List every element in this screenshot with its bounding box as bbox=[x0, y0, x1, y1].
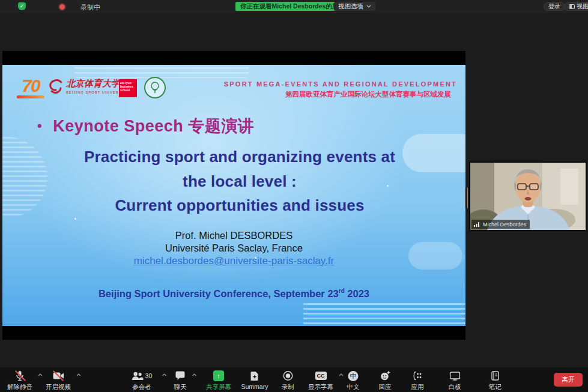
speaker-name: Prof. Michel DESBORDES bbox=[2, 229, 465, 242]
start-video-button[interactable]: 开启视频 bbox=[46, 370, 71, 391]
conference-header: SPORT MEGA-EVENTS AND REGIONAL DEVELOPME… bbox=[224, 80, 457, 99]
anniversary-ribbon bbox=[17, 95, 44, 98]
meeting-toolbar: 解除静音 开启视频 30 参会者 bbox=[0, 367, 588, 392]
notes-button[interactable]: 笔记 bbox=[489, 370, 502, 391]
participants-count: 30 bbox=[145, 372, 153, 379]
participant-video-tile[interactable]: Michel Desbordes bbox=[469, 161, 587, 231]
view-layout-button[interactable]: 视图 bbox=[564, 2, 588, 11]
footer-text: Beijing Sport University Conference, Sep… bbox=[99, 288, 339, 299]
footer-year: 2023 bbox=[345, 288, 369, 299]
recording-status-label: 录制中 bbox=[80, 3, 100, 12]
chevron-down-icon bbox=[366, 5, 371, 8]
participants-icon bbox=[132, 372, 144, 381]
language-button[interactable]: 中 中文 bbox=[347, 370, 360, 391]
reaction-smiley-icon bbox=[380, 370, 390, 381]
anniversary-number: 70 bbox=[17, 77, 44, 95]
slide-title-line1: Practicing sport and organizing events a… bbox=[29, 145, 450, 169]
summary-button[interactable]: Summary bbox=[241, 370, 268, 390]
green-emblem-logo bbox=[144, 77, 166, 98]
conference-header-english: SPORT MEGA-EVENTS AND REGIONAL DEVELOPME… bbox=[224, 80, 457, 88]
apps-button[interactable]: 应用 bbox=[411, 370, 424, 391]
unmute-button[interactable]: 解除静音 bbox=[7, 370, 32, 391]
shared-screen-area: 70 北京体育大学 BEIJING SPORT UNIVERSITY em ly… bbox=[2, 51, 465, 340]
presentation-slide: 70 北京体育大学 BEIJING SPORT UNIVERSITY em ly… bbox=[2, 65, 465, 326]
whiteboard-button[interactable]: 白板 bbox=[449, 370, 461, 391]
chat-bubble-icon bbox=[175, 370, 186, 381]
emlyon-logo: em lyon business school bbox=[119, 79, 137, 97]
watching-screen-banner: 你正在观看Michel Desbordes的屏幕 bbox=[235, 2, 350, 11]
decor-striped-band-bottom bbox=[303, 303, 465, 326]
70th-anniversary-logo: 70 bbox=[17, 77, 44, 98]
reactions-button[interactable]: 回应 bbox=[379, 370, 392, 391]
share-screen-icon: ↑ bbox=[213, 370, 224, 381]
language-icon: 中 bbox=[348, 370, 359, 381]
chevron-up-icon[interactable] bbox=[76, 373, 81, 376]
signal-bars-icon bbox=[474, 222, 480, 227]
bullet-icon: • bbox=[37, 118, 42, 134]
notes-icon bbox=[491, 370, 499, 381]
bsu-swirl-icon bbox=[48, 79, 64, 94]
up-arrow-icon: ↑ bbox=[217, 372, 220, 379]
participants-button[interactable]: 30 参会者 bbox=[132, 370, 153, 391]
footer-ordinal: rd bbox=[339, 288, 345, 294]
view-options-label: 视图选项 bbox=[338, 2, 363, 11]
summary-doc-icon bbox=[250, 370, 259, 381]
captions-button[interactable]: CC 显示字幕 bbox=[308, 370, 333, 391]
record-icon bbox=[282, 370, 293, 381]
video-panel-drag-handle[interactable] bbox=[465, 188, 468, 208]
record-button[interactable]: 录制 bbox=[282, 370, 294, 391]
cc-icon: CC bbox=[315, 370, 327, 381]
chevron-up-icon[interactable] bbox=[339, 373, 344, 376]
microphone-muted-icon bbox=[15, 370, 25, 381]
login-button[interactable]: 登录 bbox=[544, 2, 565, 11]
beijing-sport-university-logo: 北京体育大学 BEIJING SPORT UNIVERSITY bbox=[48, 78, 129, 94]
decor-sparkle bbox=[74, 218, 76, 220]
camera-off-icon bbox=[53, 370, 64, 381]
speaker-affiliation: Université Paris Saclay, France bbox=[2, 242, 465, 255]
participant-name: Michel Desbordes bbox=[483, 222, 526, 228]
speaker-block: Prof. Michel DESBORDES Université Paris … bbox=[2, 229, 465, 267]
tree-icon bbox=[149, 81, 161, 94]
view-options-button[interactable]: 视图选项 bbox=[334, 2, 375, 11]
keynote-label: Keynote Speech 专题演讲 bbox=[53, 115, 254, 137]
speaker-email-link[interactable]: michel.desbordes@universite-paris-saclay… bbox=[2, 255, 465, 267]
keynote-heading: • Keynote Speech 专题演讲 bbox=[37, 115, 254, 137]
chat-button[interactable]: 聊天 bbox=[174, 370, 187, 391]
slide-title: Practicing sport and organizing events a… bbox=[29, 145, 450, 218]
chevron-up-icon[interactable] bbox=[162, 373, 166, 376]
decor-striped-band-top bbox=[74, 65, 249, 78]
slide-title-line3: Current opportunities and issues bbox=[29, 193, 450, 218]
recording-indicator-icon bbox=[59, 4, 65, 10]
top-bar: ✓ 录制中 你正在观看Michel Desbordes的屏幕 视图选项 登录 视… bbox=[0, 0, 588, 13]
apps-icon bbox=[413, 370, 422, 381]
leave-meeting-button[interactable]: 离开 bbox=[554, 373, 583, 387]
conference-header-chinese: 第四届欧亚体育产业国际论坛大型体育赛事与区域发展 bbox=[224, 90, 451, 99]
login-label: 登录 bbox=[548, 3, 560, 10]
share-screen-button[interactable]: ↑ 共享屏幕 bbox=[206, 370, 231, 391]
slide-footer: Beijing Sport University Conference, Sep… bbox=[2, 288, 465, 300]
chevron-up-icon[interactable] bbox=[38, 373, 43, 376]
security-shield-icon[interactable]: ✓ bbox=[18, 2, 26, 10]
slide-title-line2: the local level : bbox=[29, 169, 450, 194]
view-label: 视图 bbox=[577, 3, 588, 10]
whiteboard-icon bbox=[449, 370, 460, 381]
participant-name-tag: Michel Desbordes bbox=[471, 220, 530, 229]
layout-icon bbox=[569, 4, 575, 9]
chevron-up-icon[interactable] bbox=[192, 373, 197, 376]
